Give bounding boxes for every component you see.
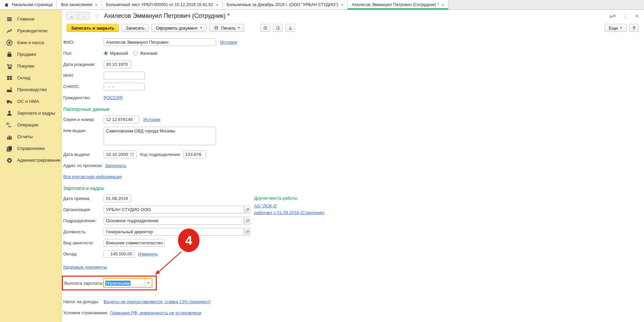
tab-close-icon[interactable]: × [442, 3, 444, 7]
tab-label: Ахилесов Эммануил Петрович (Сотрудник) * [352, 2, 439, 7]
sidebar-item-administration[interactable]: Администрирование [0, 154, 62, 166]
all-contact-info-link[interactable]: Вся контактная информация [63, 174, 121, 179]
sidebar-item-label: Производство [17, 87, 47, 92]
help-button[interactable]: ? [629, 24, 639, 32]
related-documents-icon-button[interactable] [273, 24, 283, 32]
position-input[interactable]: Генеральный директор [104, 228, 244, 236]
gender-female-radio[interactable] [133, 51, 138, 55]
sidebar-item-label: Покупки [17, 64, 34, 69]
citizenship-link[interactable]: РОССИЯ [104, 95, 122, 100]
sidebar-item-warehouse[interactable]: Склад [0, 72, 62, 84]
birth-date-value: 30.10.1970 [106, 62, 128, 67]
get-link-icon[interactable] [610, 13, 615, 19]
tab-home[interactable]: Начальная страница [0, 0, 57, 9]
gender-male-label[interactable]: Мужской [110, 51, 128, 56]
employment-label: Вид занятости: [63, 240, 104, 245]
hire-date-input[interactable]: 01.08.2019 [104, 195, 131, 202]
forward-button[interactable]: → [78, 12, 90, 19]
svg-text:Дт: Дт [6, 122, 10, 125]
salary-payment-highlight-box: Выплата зарплаты: Наличными 4 [62, 276, 157, 290]
close-window-icon[interactable]: × [635, 13, 639, 19]
open-position-icon[interactable] [244, 228, 250, 236]
calendar-icon[interactable] [128, 151, 134, 158]
change-salary-link[interactable]: Изменить [138, 251, 158, 256]
income-tax-link[interactable]: Вычеты не предоставляются, ставка 13% (р… [104, 299, 211, 304]
insurance-link[interactable]: Граждане РФ, инвалидность не установлена [110, 310, 201, 315]
employment-input[interactable]: Внешнее совместительство [104, 239, 165, 247]
home-icon [4, 2, 9, 7]
more-button[interactable]: Еще [605, 24, 627, 32]
salary-input[interactable]: 145 000,00 [104, 250, 135, 258]
sidebar-item-assets[interactable]: ОС и НМА [0, 95, 62, 107]
gender-female-label[interactable]: Женский [140, 51, 157, 56]
tab-close-icon[interactable]: × [341, 3, 344, 7]
more-menu-dots-icon[interactable]: ⋮ [623, 13, 628, 19]
sidebar-item-reports[interactable]: Отчеты [0, 131, 62, 143]
sidebar-item-bank[interactable]: ₽Банк и касса [0, 37, 62, 48]
snils-input[interactable]: - - [104, 83, 145, 90]
fio-history-link[interactable]: История [220, 40, 237, 45]
hr-documents-link[interactable]: Кадровые документы [63, 265, 107, 270]
salary-payment-combobox[interactable]: Наличными [103, 278, 152, 288]
ruble-icon: ₽ [6, 39, 13, 46]
gender-male-radio[interactable] [104, 51, 108, 55]
inn-input[interactable] [104, 72, 145, 79]
open-organization-icon[interactable] [244, 206, 250, 213]
sidebar-item-operations[interactable]: ДтКтОперации [0, 119, 62, 131]
organization-input[interactable]: УРБАН СТУДИО ООО [104, 206, 244, 213]
sidebar-item-purchases[interactable]: Покупки [0, 60, 62, 72]
dept-code-input[interactable]: 123-876 [183, 151, 206, 158]
user-tasks-icon-button[interactable] [285, 24, 295, 32]
open-division-icon[interactable] [244, 217, 250, 225]
make-document-label: Оформить документ [156, 26, 198, 31]
fio-value: Ахилесов Эммануил Петрович [106, 40, 169, 45]
page-title: Ахилесов Эммануил Петрович (Сотрудник) * [104, 12, 229, 19]
chevron-down-icon [200, 27, 202, 29]
sidebar-item-production[interactable]: Производство [0, 84, 62, 95]
tab-close-icon[interactable]: × [216, 3, 218, 7]
birth-date-input[interactable]: 30.10.1970 [104, 61, 131, 68]
structure-list-icon-button[interactable] [260, 24, 270, 32]
fill-address-link[interactable]: Заполнить [105, 163, 127, 168]
tab-label: Все начисления [61, 2, 92, 7]
print-label: Печать [221, 26, 236, 31]
fio-label: ФИО: [63, 40, 104, 45]
tab-employee[interactable]: Ахилесов Эммануил Петрович (Сотрудник) *… [348, 0, 449, 9]
reg-address-label: Адрес по прописке: [63, 163, 105, 168]
back-button[interactable]: ← [66, 12, 78, 19]
tab-close-icon[interactable]: × [95, 3, 98, 7]
sidebar-item-salary-hr[interactable]: Зарплата и кадры [0, 107, 62, 119]
tab-accruals[interactable]: Все начисления× [57, 0, 102, 9]
division-input[interactable]: Основное подразделение [104, 217, 244, 225]
sidebar-item-label: ОС и НМА [17, 99, 39, 104]
tab-label: Начальная страница [12, 2, 52, 7]
snils-value: - - [106, 84, 114, 89]
tab-sick-list[interactable]: Больничный лист УРБП-000001 от 10.12.201… [102, 0, 223, 9]
sidebar-item-manager[interactable]: Руководителю [0, 25, 62, 37]
other-jobs-detail-link[interactable]: работает с 01.09.2018 (Станочник) [254, 210, 324, 216]
sidebar-item-label: Операции [17, 122, 38, 127]
other-jobs-company-link[interactable]: АО "ДОК-3" [254, 203, 277, 209]
printer-icon [214, 26, 219, 31]
sidebar-item-sales[interactable]: Продажи [0, 48, 62, 60]
sidebar-item-main[interactable]: Главное [0, 13, 62, 25]
sidebar-item-directories[interactable]: Справочники [0, 143, 62, 154]
save-button[interactable]: Записать [121, 24, 149, 32]
issue-date-label: Дата выдачи: [63, 152, 104, 157]
issue-date-input[interactable]: 15.10.2000 [104, 151, 137, 158]
passport-history-link[interactable]: История [143, 117, 160, 122]
print-button[interactable]: Печать [209, 24, 245, 32]
tab-sick-month[interactable]: Больничные за Декабрь 2019 г. (ООО "УРБА… [223, 0, 348, 9]
issued-by-label: Кем выдан: [63, 128, 104, 133]
sidebar-item-label: Справочники [17, 146, 45, 151]
combobox-dropdown-icon[interactable] [145, 279, 152, 287]
make-document-button[interactable]: Оформить документ [151, 24, 206, 32]
issued-by-textarea[interactable]: Савеловским ОВД города Москвы [104, 127, 216, 145]
fio-input[interactable]: Ахилесов Эммануил Петрович [104, 38, 216, 46]
trend-icon [6, 27, 13, 34]
citizenship-label: Гражданство: [63, 95, 104, 100]
favorite-star-icon[interactable]: ☆ [94, 12, 100, 20]
birth-date-label: Дата рождения: [63, 62, 104, 67]
passport-series-input[interactable]: 12 12 876145 [104, 116, 139, 123]
save-and-close-button[interactable]: Записать и закрыть [67, 24, 119, 32]
